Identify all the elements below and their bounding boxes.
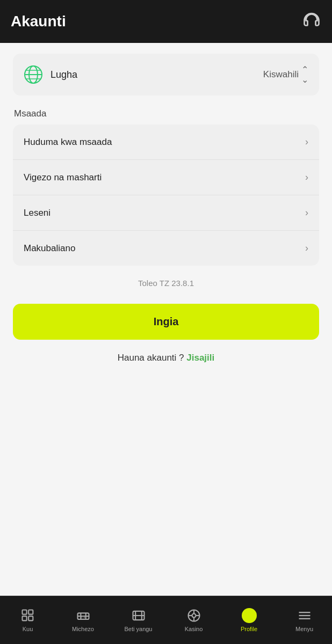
bet-icon (131, 608, 146, 623)
bottom-nav: Kuu 2:1 Michezo Beti yangu (0, 596, 332, 644)
nav-label-menu: Menyu (295, 626, 313, 632)
menu-item-support-label: Huduma kwa msaada (24, 137, 112, 148)
main-content: Lugha Kiswahili ⌃⌄ Msaada Huduma kwa msa… (0, 43, 332, 596)
menu-item-license-label: Leseni (24, 208, 50, 218)
chevron-right-icon-agreement: › (305, 243, 308, 254)
nav-item-profile[interactable]: Profile (221, 604, 277, 636)
nav-label-casino: Kasino (185, 626, 203, 632)
menu-item-terms[interactable]: Vigezo na masharti › (13, 160, 319, 195)
header: Akaunti (0, 0, 332, 43)
svg-rect-7 (28, 610, 33, 614)
register-prompt: Hauna akaunti ? Jisajili (13, 353, 319, 363)
menu-item-support[interactable]: Huduma kwa msaada › (13, 125, 319, 160)
menu-item-terms-label: Vigezo na masharti (24, 172, 102, 183)
svg-rect-8 (28, 616, 33, 620)
language-selected: Kiswahili (263, 69, 299, 80)
home-icon (20, 608, 35, 623)
language-label: Lugha (50, 69, 263, 80)
menu-icon (297, 608, 312, 623)
chevron-right-icon-terms: › (305, 172, 308, 183)
svg-text:2:1: 2:1 (80, 615, 85, 619)
login-button[interactable]: Ingia (13, 304, 319, 340)
nav-label-home: Kuu (23, 626, 33, 632)
casino-icon (186, 608, 201, 623)
language-value[interactable]: Kiswahili ⌃⌄ (263, 64, 308, 85)
register-link[interactable]: Jisajili (186, 353, 214, 363)
nav-item-home[interactable]: Kuu (0, 604, 55, 636)
menu-item-agreement[interactable]: Makubaliano › (13, 231, 319, 266)
nav-label-profile: Profile (241, 626, 257, 632)
menu-item-license[interactable]: Leseni › (13, 195, 319, 231)
page-title: Akaunti (11, 13, 66, 30)
globe-icon (24, 65, 43, 84)
register-prompt-text: Hauna akaunti ? (118, 353, 184, 363)
help-section-label: Msaada (13, 108, 319, 119)
svg-point-19 (192, 614, 196, 618)
svg-rect-6 (22, 616, 26, 620)
nav-item-menu[interactable]: Menyu (277, 604, 332, 636)
nav-item-mybets[interactable]: Beti yangu (111, 604, 166, 636)
nav-item-sports[interactable]: 2:1 Michezo (55, 604, 111, 636)
nav-label-mybets: Beti yangu (125, 626, 153, 632)
chevron-right-icon-license: › (305, 207, 308, 218)
version-text: Toleo TZ 23.8.1 (13, 279, 319, 288)
nav-item-casino[interactable]: Kasino (166, 604, 221, 636)
menu-item-agreement-label: Makubaliano (24, 243, 75, 254)
chevron-updown-icon: ⌃⌄ (301, 64, 308, 85)
chevron-right-icon-support: › (305, 136, 308, 148)
sports-icon: 2:1 (76, 608, 91, 623)
svg-point-24 (248, 612, 251, 616)
menu-card: Huduma kwa msaada › Vigezo na masharti ›… (13, 125, 319, 266)
nav-label-sports: Michezo (72, 626, 94, 632)
headset-icon[interactable] (302, 12, 321, 31)
svg-rect-5 (22, 610, 26, 614)
language-card[interactable]: Lugha Kiswahili ⌃⌄ (13, 54, 319, 96)
profile-icon (242, 608, 257, 623)
